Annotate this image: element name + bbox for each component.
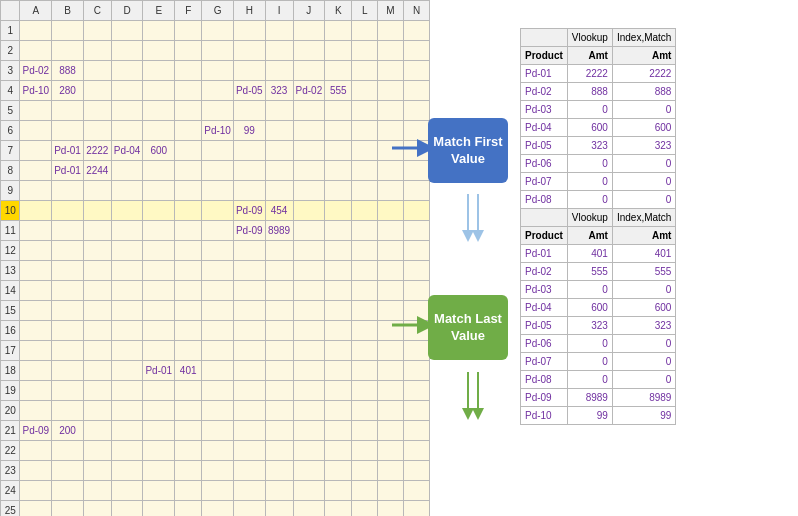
cell-K17[interactable] bbox=[325, 341, 352, 361]
cell-E15[interactable] bbox=[143, 301, 175, 321]
cell-K7[interactable] bbox=[325, 141, 352, 161]
cell-M23[interactable] bbox=[378, 461, 404, 481]
cell-A20[interactable] bbox=[20, 401, 52, 421]
cell-H17[interactable] bbox=[233, 341, 265, 361]
cell-E7[interactable]: 600 bbox=[143, 141, 175, 161]
cell-I18[interactable] bbox=[265, 361, 293, 381]
cell-E25[interactable] bbox=[143, 501, 175, 517]
cell-F22[interactable] bbox=[175, 441, 202, 461]
cell-F13[interactable] bbox=[175, 261, 202, 281]
cell-F4[interactable] bbox=[175, 81, 202, 101]
col-l[interactable]: L bbox=[352, 1, 378, 21]
cell-E4[interactable] bbox=[143, 81, 175, 101]
cell-C15[interactable] bbox=[83, 301, 111, 321]
col-i[interactable]: I bbox=[265, 1, 293, 21]
cell-L20[interactable] bbox=[352, 401, 378, 421]
cell-I19[interactable] bbox=[265, 381, 293, 401]
cell-D20[interactable] bbox=[111, 401, 143, 421]
cell-C12[interactable] bbox=[83, 241, 111, 261]
cell-M22[interactable] bbox=[378, 441, 404, 461]
cell-G3[interactable] bbox=[202, 61, 234, 81]
cell-M9[interactable] bbox=[378, 181, 404, 201]
cell-I17[interactable] bbox=[265, 341, 293, 361]
cell-L19[interactable] bbox=[352, 381, 378, 401]
cell-F6[interactable] bbox=[175, 121, 202, 141]
cell-L12[interactable] bbox=[352, 241, 378, 261]
cell-K15[interactable] bbox=[325, 301, 352, 321]
cell-N19[interactable] bbox=[404, 381, 430, 401]
cell-C18[interactable] bbox=[83, 361, 111, 381]
cell-C22[interactable] bbox=[83, 441, 111, 461]
cell-M21[interactable] bbox=[378, 421, 404, 441]
cell-L2[interactable] bbox=[352, 41, 378, 61]
cell-G22[interactable] bbox=[202, 441, 234, 461]
cell-B25[interactable] bbox=[52, 501, 84, 517]
cell-C10[interactable] bbox=[83, 201, 111, 221]
cell-K22[interactable] bbox=[325, 441, 352, 461]
cell-N18[interactable] bbox=[404, 361, 430, 381]
cell-A5[interactable] bbox=[20, 101, 52, 121]
cell-N4[interactable] bbox=[404, 81, 430, 101]
cell-B7[interactable]: Pd-01 bbox=[52, 141, 84, 161]
cell-E5[interactable] bbox=[143, 101, 175, 121]
cell-A19[interactable] bbox=[20, 381, 52, 401]
cell-J18[interactable] bbox=[293, 361, 325, 381]
cell-N24[interactable] bbox=[404, 481, 430, 501]
cell-K1[interactable] bbox=[325, 21, 352, 41]
cell-C20[interactable] bbox=[83, 401, 111, 421]
cell-H3[interactable] bbox=[233, 61, 265, 81]
cell-B21[interactable]: 200 bbox=[52, 421, 84, 441]
cell-C2[interactable] bbox=[83, 41, 111, 61]
cell-I8[interactable] bbox=[265, 161, 293, 181]
cell-H22[interactable] bbox=[233, 441, 265, 461]
cell-K13[interactable] bbox=[325, 261, 352, 281]
cell-H2[interactable] bbox=[233, 41, 265, 61]
col-f[interactable]: F bbox=[175, 1, 202, 21]
cell-G4[interactable] bbox=[202, 81, 234, 101]
cell-I9[interactable] bbox=[265, 181, 293, 201]
cell-E13[interactable] bbox=[143, 261, 175, 281]
cell-A7[interactable] bbox=[20, 141, 52, 161]
cell-J2[interactable] bbox=[293, 41, 325, 61]
cell-L16[interactable] bbox=[352, 321, 378, 341]
cell-L15[interactable] bbox=[352, 301, 378, 321]
cell-E3[interactable] bbox=[143, 61, 175, 81]
cell-C1[interactable] bbox=[83, 21, 111, 41]
cell-D21[interactable] bbox=[111, 421, 143, 441]
cell-B23[interactable] bbox=[52, 461, 84, 481]
cell-C17[interactable] bbox=[83, 341, 111, 361]
cell-E1[interactable] bbox=[143, 21, 175, 41]
cell-A23[interactable] bbox=[20, 461, 52, 481]
cell-G2[interactable] bbox=[202, 41, 234, 61]
cell-L22[interactable] bbox=[352, 441, 378, 461]
cell-F11[interactable] bbox=[175, 221, 202, 241]
cell-D10[interactable] bbox=[111, 201, 143, 221]
cell-G1[interactable] bbox=[202, 21, 234, 41]
cell-D16[interactable] bbox=[111, 321, 143, 341]
cell-E21[interactable] bbox=[143, 421, 175, 441]
cell-B2[interactable] bbox=[52, 41, 84, 61]
cell-I6[interactable] bbox=[265, 121, 293, 141]
cell-L23[interactable] bbox=[352, 461, 378, 481]
cell-B22[interactable] bbox=[52, 441, 84, 461]
cell-M5[interactable] bbox=[378, 101, 404, 121]
cell-J10[interactable] bbox=[293, 201, 325, 221]
cell-G17[interactable] bbox=[202, 341, 234, 361]
cell-A10[interactable] bbox=[20, 201, 52, 221]
cell-H4[interactable]: Pd-05 bbox=[233, 81, 265, 101]
cell-L21[interactable] bbox=[352, 421, 378, 441]
cell-L4[interactable] bbox=[352, 81, 378, 101]
cell-K18[interactable] bbox=[325, 361, 352, 381]
col-d[interactable]: D bbox=[111, 1, 143, 21]
cell-G8[interactable] bbox=[202, 161, 234, 181]
cell-K21[interactable] bbox=[325, 421, 352, 441]
cell-N17[interactable] bbox=[404, 341, 430, 361]
cell-B16[interactable] bbox=[52, 321, 84, 341]
cell-G5[interactable] bbox=[202, 101, 234, 121]
cell-E20[interactable] bbox=[143, 401, 175, 421]
cell-M10[interactable] bbox=[378, 201, 404, 221]
cell-I15[interactable] bbox=[265, 301, 293, 321]
cell-A4[interactable]: Pd-10 bbox=[20, 81, 52, 101]
cell-J3[interactable] bbox=[293, 61, 325, 81]
cell-A1[interactable] bbox=[20, 21, 52, 41]
